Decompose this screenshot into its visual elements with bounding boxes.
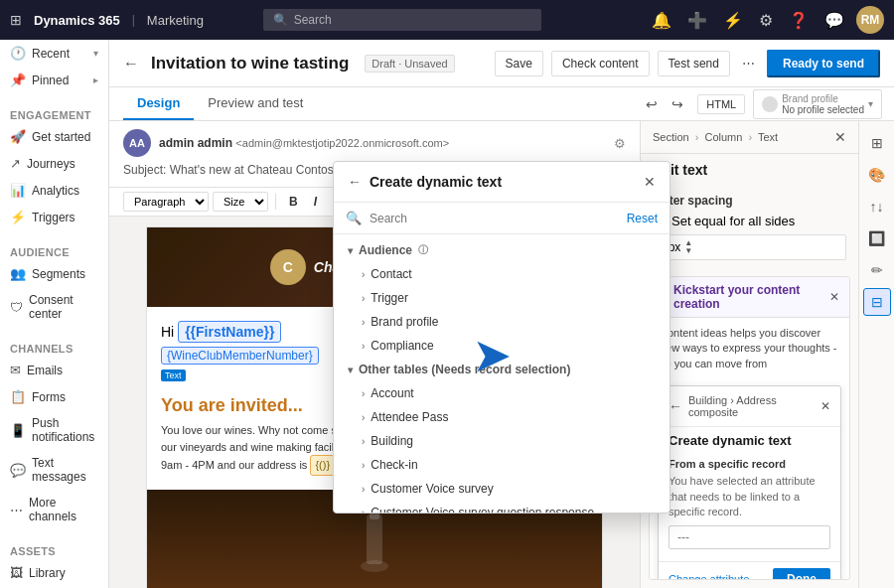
tree-account[interactable]: › Account <box>334 381 670 405</box>
trigger-chevron-icon: › <box>362 293 365 304</box>
tree-other-tables-header[interactable]: ▾ Other tables (Needs record selection) <box>334 358 670 381</box>
sidebar-item-texts[interactable]: 💬 Text messages <box>0 450 108 490</box>
panel-close-button[interactable]: ✕ <box>834 129 846 145</box>
tree-attendee-pass[interactable]: › Attendee Pass <box>334 405 670 429</box>
draft-badge: Draft · Unsaved <box>365 55 454 73</box>
tree-compliance[interactable]: › Compliance <box>334 334 670 358</box>
tree-contact[interactable]: › Contact <box>334 262 670 286</box>
modal-search-input[interactable] <box>370 212 619 225</box>
vert-icon-2[interactable]: 🎨 <box>863 161 891 189</box>
undo-redo: ↩ ↪ <box>640 93 689 115</box>
rocket-icon: 🚀 <box>10 129 26 144</box>
done-button[interactable]: Done <box>773 568 830 580</box>
italic-button[interactable]: I <box>308 193 323 211</box>
bold-button[interactable]: B <box>283 193 304 211</box>
sidebar-item-forms[interactable]: 📋 Forms <box>0 383 108 410</box>
record-input[interactable] <box>669 525 830 549</box>
inner-modal-close-button[interactable]: ✕ <box>820 399 830 413</box>
tree-check-in[interactable]: › Check-in <box>334 453 670 477</box>
paragraph-select[interactable]: Paragraph <box>123 192 209 212</box>
cv-question-chevron-icon: › <box>362 508 365 514</box>
sidebar-item-more-channels[interactable]: ⋯ More channels <box>0 490 108 529</box>
size-select[interactable]: Size <box>213 192 268 212</box>
settings-icon[interactable]: ⚙ <box>755 7 777 34</box>
kickstart-title: ✦ Kickstart your content creation <box>660 283 829 311</box>
filter-icon[interactable]: ⚡ <box>719 7 747 34</box>
spacing-down-arrow[interactable]: ▼ <box>684 247 692 255</box>
audience-info-icon: ⓘ <box>418 243 428 257</box>
more-options-button[interactable]: ⋯ <box>738 52 759 74</box>
record-label: From a specific record <box>669 458 830 470</box>
tree-audience-header[interactable]: ▾ Audience ⓘ <box>334 238 670 262</box>
test-send-button[interactable]: Test send <box>658 51 730 76</box>
chat-icon[interactable]: 💬 <box>820 7 848 34</box>
tree-trigger[interactable]: › Trigger <box>334 286 670 310</box>
tab-design[interactable]: Design <box>123 87 194 120</box>
vert-icon-4[interactable]: 🔲 <box>863 224 891 252</box>
search-input[interactable] <box>294 13 531 27</box>
sidebar-item-segments[interactable]: 👥 Segments <box>0 260 108 287</box>
brand-profile-button[interactable]: Brand profile No profile selected ▾ <box>753 89 882 119</box>
tree-brand-profile[interactable]: › Brand profile <box>334 310 670 334</box>
vert-icon-active[interactable]: ⊟ <box>863 288 891 316</box>
attendee-chevron-icon: › <box>362 412 365 423</box>
grid-icon[interactable]: ⊞ <box>10 12 22 28</box>
sidebar-item-emails[interactable]: ✉ Emails <box>0 357 108 383</box>
outer-spacing-label: Outer spacing <box>653 194 846 208</box>
vert-icon-5[interactable]: ✏ <box>863 256 891 284</box>
help-icon[interactable]: ❓ <box>785 7 813 34</box>
address-dynamic-field[interactable]: {()} <box>310 455 335 476</box>
change-attribute-link[interactable]: Change attribute <box>669 573 749 580</box>
sidebar-item-get-started[interactable]: 🚀 Get started <box>0 123 108 150</box>
panel-title: Edit text <box>641 154 858 186</box>
nav-module: Marketing <box>147 13 204 28</box>
user-avatar[interactable]: RM <box>856 6 884 34</box>
sidebar-item-consent[interactable]: 🛡 Consent center <box>0 287 108 327</box>
modal-close-button[interactable]: ✕ <box>644 174 656 190</box>
back-button[interactable]: ← <box>123 55 139 73</box>
brand-chevron-icon: ▾ <box>868 98 873 109</box>
tree-cv-survey[interactable]: › Customer Voice survey <box>334 477 670 501</box>
sidebar-item-journeys[interactable]: ↗ Journeys <box>0 150 108 177</box>
save-button[interactable]: Save <box>495 51 543 76</box>
undo-button[interactable]: ↩ <box>640 93 664 115</box>
wine-bottle-svg <box>345 505 404 584</box>
sidebar-item-recent[interactable]: 🕐 Recent ▾ <box>0 40 108 67</box>
sidebar-item-analytics[interactable]: 📊 Analytics <box>0 177 108 204</box>
bell-icon[interactable]: 🔔 <box>648 7 675 34</box>
plus-icon[interactable]: ➕ <box>683 7 711 34</box>
modal-reset-button[interactable]: Reset <box>627 212 658 225</box>
inner-modal-back-button[interactable]: ← <box>669 398 682 414</box>
building-chevron-icon: › <box>362 436 365 447</box>
html-label: HTML <box>706 98 736 110</box>
tree-cv-question[interactable]: › Customer Voice survey question respons… <box>334 501 670 513</box>
sidebar-item-triggers[interactable]: ⚡ Triggers <box>0 204 108 230</box>
search-icon: 🔍 <box>273 13 288 27</box>
engagement-section-label: Engagement <box>0 101 108 123</box>
sidebar: 🕐 Recent ▾ 📌 Pinned ▸ Engagement 🚀 Get s… <box>0 40 109 588</box>
vert-icon-1[interactable]: ⊞ <box>863 129 891 157</box>
modal-back-button[interactable]: ← <box>348 174 362 190</box>
tab-preview[interactable]: Preview and test <box>194 87 317 120</box>
redo-button[interactable]: ↪ <box>666 93 689 115</box>
brand-name: Dynamics 365 <box>34 13 120 28</box>
check-content-button[interactable]: Check content <box>551 51 650 76</box>
vert-icon-3[interactable]: ↑↓ <box>863 193 891 220</box>
brand-profile-text: Brand profile No profile selected <box>782 93 864 115</box>
recent-icon: 🕐 <box>10 46 26 61</box>
firstname-dynamic-field[interactable]: {{FirstName}} <box>178 321 281 343</box>
form-icon: 📋 <box>10 389 26 404</box>
sidebar-item-pinned[interactable]: 📌 Pinned ▸ <box>0 67 108 93</box>
sidebar-item-push[interactable]: 📱 Push notifications <box>0 410 108 450</box>
modal-title: Create dynamic text <box>370 174 636 190</box>
sidebar-item-library[interactable]: 🖼 Library <box>0 559 108 586</box>
kickstart-close-button[interactable]: ✕ <box>829 290 839 304</box>
tree-building[interactable]: › Building <box>334 429 670 453</box>
html-button[interactable]: HTML <box>697 94 745 114</box>
ready-to-send-button[interactable]: Ready to send <box>767 50 880 77</box>
kickstart-header: ✦ Kickstart your content creation ✕ <box>650 277 849 318</box>
triggers-icon: ⚡ <box>10 210 26 224</box>
email-settings-icon[interactable]: ⚙ <box>614 136 626 151</box>
banner-logo: C <box>270 249 306 285</box>
clubmember-dynamic-field[interactable]: {WineClubMemberNumber} <box>161 347 319 365</box>
